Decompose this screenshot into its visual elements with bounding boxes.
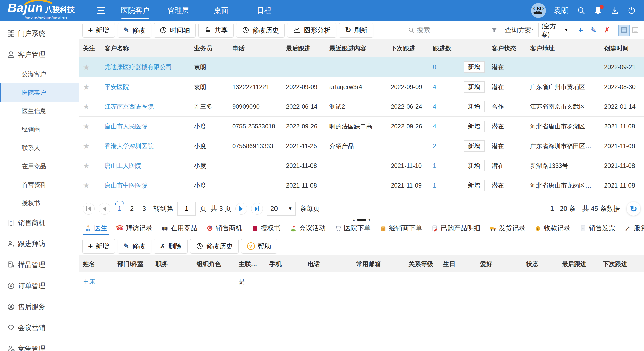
follow-count-link[interactable]: 4 [433,103,436,110]
sidebar-item-在用竞品[interactable]: 在用竞品 [0,157,79,175]
刷新-button[interactable]: ↻ 刷新 [339,23,373,38]
add-follow-button[interactable]: 新增 [464,180,485,191]
download-icon[interactable] [610,6,619,15]
refresh-button[interactable]: ↻ [627,202,640,216]
sidebar-item-订单管理[interactable]: ¥ 订单管理 [0,275,79,296]
star-icon[interactable]: ★ [83,122,90,130]
follow-count-link[interactable]: 1 [433,162,436,169]
customer-name-link[interactable]: 香港大学深圳医院 [105,142,154,149]
column-header[interactable]: 关注 [79,39,101,57]
detail-tab-在用竞品[interactable]: 在用竞品 [161,224,197,235]
star-icon[interactable]: ★ [83,102,90,111]
column-header[interactable]: 电话 [304,255,353,272]
detail-tab-已购产品明细[interactable]: 已购产品明细 [431,224,480,235]
修改-button[interactable]: ✎ 修改 [118,239,152,254]
column-header[interactable]: 关系等级 [405,255,440,272]
avatar[interactable]: CEO [531,3,546,18]
detail-tab-发货记录[interactable]: 发货记录 [489,224,525,235]
tab-桌面[interactable]: 桌面 [200,0,243,21]
修改历史-button[interactable]: 修改历史 [190,239,239,254]
column-header[interactable]: 生日 [440,255,477,272]
sidebar-item-医院客户[interactable]: 医院客户 [0,83,79,102]
table-row[interactable]: ★ 唐山市人民医院 小度 0755-25533018 2022-09-26 啊的… [79,116,644,136]
tab-日程[interactable]: 日程 [243,0,285,21]
column-header[interactable]: 电话 [229,39,282,57]
add-follow-button[interactable]: 新增 [464,81,485,93]
panel-splitter[interactable]: ▲ ▼ [79,217,644,222]
splitter-handle[interactable] [357,219,366,221]
detail-tab-收款记录[interactable]: $ 收款记录 [534,224,570,235]
detail-tab-销售发票[interactable]: 销售发票 [579,224,615,235]
新增-button[interactable]: + 新增 [82,23,115,38]
sidebar-item-会议营销[interactable]: 会议营销 [0,317,79,338]
detail-tab-医院下单[interactable]: 医院下单 [334,224,371,235]
table-row[interactable]: ★ 平安医院 袁朗 13222211221 2022-09-09 arfaqer… [79,77,644,97]
修改历史-button[interactable]: 修改历史 [236,23,285,38]
detail-tab-医生[interactable]: 医生 [84,224,107,235]
column-header[interactable]: 客户名称 [101,39,190,57]
add-follow-button[interactable]: 新增 [464,61,485,73]
detail-tab-拜访记录[interactable]: ☎ 拜访记录 [116,224,152,235]
sidebar-item-竞争管理[interactable]: vs 竞争管理 [0,338,79,351]
detail-tab-授权书[interactable]: 授权书 [251,224,281,235]
list-view-button[interactable] [630,25,641,36]
column-header[interactable]: 客户状态 [488,39,526,57]
query-plan-select[interactable]: (空方案) ▼ [538,23,571,37]
customer-name-link[interactable]: 唐山市人民医院 [105,123,147,130]
column-header[interactable]: 业务员 [190,39,229,57]
search-input[interactable] [417,26,468,34]
sidebar-item-样品管理[interactable]: 样品管理 [0,254,79,275]
table-row[interactable]: 王康 是 [79,272,644,291]
doctor-name-link[interactable]: 王康 [83,278,95,285]
search-icon[interactable] [577,6,586,15]
sidebar-item-联系人[interactable]: 联系人 [0,139,79,157]
customer-name-link[interactable]: 平安医院 [105,83,129,90]
notifications-button[interactable] [593,6,603,15]
图形分析-button[interactable]: 图形分析 [287,23,336,38]
page-number[interactable]: 3 [139,205,149,213]
star-icon[interactable]: ★ [83,161,90,170]
collapse-up-icon[interactable]: ▲ [352,218,355,221]
add-follow-button[interactable]: 新增 [464,140,485,152]
follow-count-link[interactable]: 2 [433,142,436,149]
column-header[interactable]: 状态 [523,255,558,272]
table-row[interactable]: ★ 唐山市中医医院 小度 2021-11-08 2021-11-09 1 新增 … [79,175,644,195]
column-header[interactable]: 创建时间 [601,39,644,57]
sidebar-item-跟进拜访[interactable]: 跟进拜访 [0,233,79,254]
user-name[interactable]: 袁朗 [554,5,569,16]
新增-button[interactable]: + 新增 [82,239,115,254]
app-logo[interactable]: Bajun 八骏科技 Anyone,Anytime,Anywhere! [0,2,88,19]
column-header[interactable]: 组织角色 [193,255,235,272]
帮助-button[interactable]: ? 帮助 [241,239,277,254]
next-page-button[interactable] [235,203,247,215]
column-header[interactable] [460,39,488,57]
column-header[interactable]: 下次跟进 [387,39,429,57]
follow-count-link[interactable]: 0 [433,63,436,70]
column-header[interactable]: 最后跟进 [558,255,599,272]
sidebar-item-销售商机[interactable]: ¥ 销售商机 [0,212,79,233]
table-row[interactable]: ★ 香港大学深圳医院 小度 075586913333 2021-11-25 介绍… [79,136,644,156]
follow-count-link[interactable]: 1 [433,182,436,189]
detail-tab-服务工单[interactable]: 服务工单 [624,224,644,235]
power-icon[interactable] [627,6,636,15]
first-page-button[interactable] [83,203,95,215]
sidebar-item-医生信息[interactable]: 医生信息 [0,102,79,120]
sidebar-item-经销商[interactable]: 经销商 [0,120,79,139]
column-header[interactable]: 爱好 [477,255,523,272]
column-header[interactable]: 职务 [152,255,193,272]
prev-page-button[interactable] [99,203,110,215]
star-icon[interactable]: ★ [83,63,90,71]
add-follow-button[interactable]: 新增 [464,160,485,171]
sidebar-item-门户系统[interactable]: 门户系统 [0,23,79,44]
detail-tab-销售商机[interactable]: 销售商机 [206,224,242,235]
last-page-button[interactable] [251,203,263,215]
edit-plan-button[interactable]: ✎ [590,26,597,34]
split-view-button[interactable] [618,25,630,36]
sidebar-item-首营资料[interactable]: 首营资料 [0,175,79,194]
sidebar-item-售后服务[interactable]: 售后服务 [0,296,79,317]
customer-name-link[interactable]: 唐山市中医医院 [105,182,147,189]
删除-button[interactable]: ✗ 删除 [154,239,188,254]
collapse-down-icon[interactable]: ▼ [368,218,371,221]
修改-button[interactable]: ✎ 修改 [118,23,152,38]
table-row[interactable]: ★ 唐山工人医院 小度 2021-11-08 2021-11-10 1 新增 潜… [79,156,644,175]
